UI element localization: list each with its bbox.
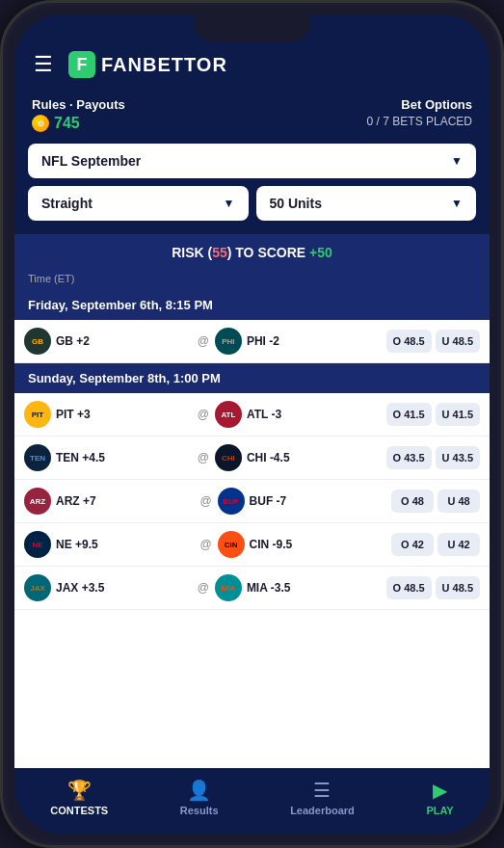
phone-screen: ☰ F FANBETTOR Rules · Payouts ⊙ 745 <box>14 14 490 834</box>
nav-item-leaderboard[interactable]: ☰ Leaderboard <box>290 779 355 816</box>
coin-icon: ⊙ <box>32 115 49 132</box>
away-spread: MIA -3.5 <box>247 581 291 595</box>
results-icon: 👤 <box>187 779 211 802</box>
risk-bar: RISK (55) TO SCORE +50 <box>14 234 490 271</box>
score-number: +50 <box>309 245 332 260</box>
away-logo-icon: CHI <box>215 444 242 471</box>
under-button[interactable]: U 48.5 <box>436 330 480 353</box>
away-spread: BUF -7 <box>250 494 287 508</box>
coins-row: ⊙ 745 <box>32 115 125 132</box>
contest-dropdown[interactable]: NFL September ▼ <box>28 144 476 178</box>
away-team: ATL ATL -3 <box>215 401 383 428</box>
units-value: 50 Units <box>270 196 322 211</box>
game-row: PIT PIT +3 @ ATL ATL -3 O 41.5 U 41.5 <box>14 393 490 437</box>
under-button[interactable]: U 41.5 <box>436 403 480 426</box>
hamburger-icon[interactable]: ☰ <box>34 52 53 77</box>
bet-options-label[interactable]: Bet Options <box>367 97 472 112</box>
bets-placed: 0 / 7 BETS PLACED <box>367 115 472 128</box>
nav-item-contests[interactable]: 🏆 CONTESTS <box>50 779 108 816</box>
away-team: BUF BUF -7 <box>218 488 387 515</box>
at-symbol: @ <box>198 538 213 551</box>
play-label: PLAY <box>426 805 453 816</box>
home-team: PIT PIT +3 <box>24 401 192 428</box>
home-team: ARZ ARZ +7 <box>24 488 194 515</box>
over-button[interactable]: O 41.5 <box>386 403 432 426</box>
risk-text: RISK (55) TO SCORE +50 <box>172 245 332 260</box>
away-spread: ATL -3 <box>247 408 281 421</box>
away-team: PHI PHI -2 <box>215 328 383 355</box>
chevron-down-icon: ▼ <box>451 154 463 168</box>
game-row: JAX JAX +3.5 @ MIA MIA -3.5 O 48.5 U 48.… <box>14 567 490 610</box>
bet-type-dropdown[interactable]: Straight ▼ <box>28 186 249 221</box>
over-button[interactable]: O 48 <box>391 490 434 513</box>
at-symbol: @ <box>196 581 211 595</box>
under-button[interactable]: U 43.5 <box>436 446 480 469</box>
over-button[interactable]: O 42 <box>391 533 434 556</box>
at-symbol: @ <box>196 408 211 421</box>
over-button[interactable]: O 48.5 <box>386 330 432 353</box>
home-team: GB GB +2 <box>24 328 192 355</box>
away-logo-icon: MIA <box>215 574 242 601</box>
play-icon: ▶ <box>433 779 447 802</box>
at-symbol: @ <box>196 451 211 464</box>
away-logo-icon: BUF <box>218 488 245 515</box>
contest-value: NFL September <box>41 153 141 169</box>
home-team: JAX JAX +3.5 <box>24 574 192 601</box>
home-spread: TEN +4.5 <box>56 451 105 464</box>
results-label: Results <box>180 805 219 816</box>
over-button[interactable]: O 48.5 <box>386 576 432 599</box>
logo: F FANBETTOR <box>68 51 227 78</box>
away-logo-icon: CIN <box>218 531 245 558</box>
nav-item-results[interactable]: 👤 Results <box>180 779 219 816</box>
nav-item-play[interactable]: ▶ PLAY <box>426 779 453 816</box>
away-logo-icon: ATL <box>215 401 242 428</box>
logo-letter: F <box>77 55 88 75</box>
chevron-down-icon-2: ▼ <box>224 197 235 210</box>
away-logo-icon: PHI <box>215 328 242 355</box>
home-team: NE NE +9.5 <box>24 531 194 558</box>
away-team: CHI CHI -4.5 <box>215 444 383 471</box>
contests-icon: 🏆 <box>67 779 92 802</box>
units-dropdown[interactable]: 50 Units ▼ <box>256 186 477 221</box>
away-spread: CIN -9.5 <box>250 538 293 551</box>
game-row: ARZ ARZ +7 @ BUF BUF -7 O 48 U 48 <box>14 480 490 523</box>
away-team: MIA MIA -3.5 <box>215 574 383 601</box>
home-logo-icon: TEN <box>24 444 51 471</box>
away-spread: CHI -4.5 <box>247 451 290 464</box>
away-spread: PHI -2 <box>247 334 279 348</box>
bet-type-value: Straight <box>41 196 93 211</box>
left-info: Rules · Payouts ⊙ 745 <box>32 97 125 132</box>
risk-number: 55 <box>212 245 227 260</box>
half-dropdowns: Straight ▼ 50 Units ▼ <box>28 186 476 221</box>
away-team: CIN CIN -9.5 <box>218 531 387 558</box>
info-bar: Rules · Payouts ⊙ 745 Bet Options 0 / 7 … <box>14 90 490 144</box>
home-logo-icon: JAX <box>24 574 51 601</box>
logo-badge: F <box>68 51 95 78</box>
under-button[interactable]: U 48 <box>438 490 480 513</box>
chevron-down-icon-3: ▼ <box>451 197 463 210</box>
home-spread: ARZ +7 <box>56 494 96 508</box>
game-row: GB GB +2 @ PHI PHI -2 O 48.5 U 48.5 <box>14 320 490 363</box>
home-logo-icon: GB <box>24 328 51 355</box>
app-title: FANBETTOR <box>101 54 227 76</box>
home-logo-icon: ARZ <box>24 488 51 515</box>
over-button[interactable]: O 43.5 <box>386 446 432 469</box>
day-header-0: Friday, September 6th, 8:15 PM <box>14 290 490 320</box>
leaderboard-icon: ☰ <box>313 779 331 802</box>
notch <box>195 14 310 41</box>
home-spread: PIT +3 <box>56 408 91 421</box>
time-et-label: Time (ET) <box>14 271 490 290</box>
home-logo-icon: PIT <box>24 401 51 428</box>
day-header-1: Sunday, September 8th, 1:00 PM <box>14 363 490 393</box>
screen: ☰ F FANBETTOR Rules · Payouts ⊙ 745 <box>14 14 490 834</box>
contests-label: CONTESTS <box>50 805 108 816</box>
home-spread: GB +2 <box>56 334 90 348</box>
coins-amount: 745 <box>54 115 80 132</box>
under-button[interactable]: U 48.5 <box>436 576 480 599</box>
rules-payouts-link[interactable]: Rules · Payouts <box>32 97 125 112</box>
at-symbol: @ <box>198 494 213 508</box>
right-info: Bet Options 0 / 7 BETS PLACED <box>367 97 472 128</box>
leaderboard-label: Leaderboard <box>290 805 355 816</box>
under-button[interactable]: U 42 <box>438 533 480 556</box>
home-team: TEN TEN +4.5 <box>24 444 192 471</box>
